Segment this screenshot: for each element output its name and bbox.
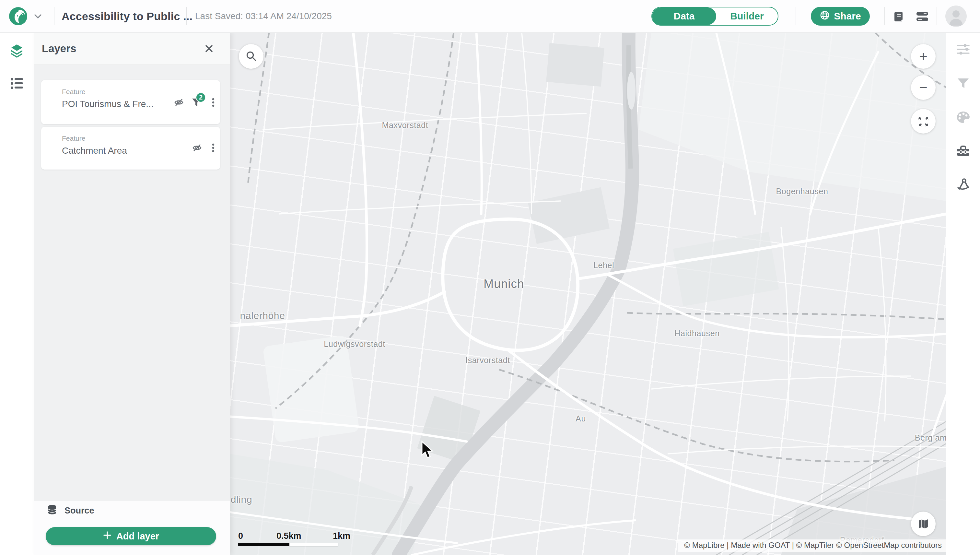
filter-count-badge: 2 (196, 92, 206, 103)
sliders-icon[interactable] (956, 42, 970, 57)
plus-icon (103, 531, 112, 542)
map-render (230, 32, 946, 555)
layers-panel-header: Layers (34, 32, 230, 65)
palette-icon[interactable] (956, 109, 970, 125)
place-label: nalerhöhe (240, 310, 285, 321)
map-attribution: © MapLibre | Made with GOAT | © MapTiler… (678, 539, 946, 552)
scale-bar: 0 0.5km 1km (238, 531, 342, 546)
docs-book-icon[interactable] (892, 9, 906, 24)
measure-compass-icon[interactable] (956, 177, 970, 192)
place-label: dling (231, 494, 252, 505)
close-icon[interactable] (201, 41, 217, 56)
project-title[interactable]: Accessibility to Public ... (62, 0, 192, 32)
divider (186, 7, 187, 25)
database-icon (47, 504, 58, 517)
layer-panels-icon[interactable] (915, 9, 930, 24)
visibility-off-icon[interactable] (190, 141, 204, 155)
scale-bar-empty (290, 543, 338, 546)
source-row[interactable]: Source (47, 503, 94, 518)
filter-tool-icon[interactable] (956, 76, 970, 91)
layers-tool-icon[interactable] (10, 43, 24, 58)
place-label: Berg am (915, 433, 946, 443)
layer-name: Catchment Area (62, 146, 127, 156)
place-label: Bogenhausen (776, 187, 828, 196)
scale-end: 1km (333, 531, 350, 541)
layer-card-poi[interactable]: Feature POI Tourismus & Fre... 2 (41, 80, 220, 124)
layer-card-catchment[interactable]: Feature Catchment Area (41, 127, 220, 170)
add-layer-label: Add layer (116, 531, 159, 542)
data-builder-toggle: Data Builder (652, 7, 778, 26)
more-vert-icon[interactable] (206, 141, 220, 155)
layer-type-label: Feature (62, 88, 85, 96)
chevron-down-icon[interactable] (33, 12, 43, 21)
layer-type-label: Feature (62, 135, 85, 142)
legend-list-icon[interactable] (10, 76, 24, 91)
layers-panel-footer: Source Add layer (34, 501, 230, 555)
divider (796, 7, 796, 25)
map-canvas[interactable]: Maxvorstadt Munich Lehel Bogenhausen Hai… (230, 32, 946, 555)
divider (54, 7, 54, 25)
scale-bar-filled (238, 543, 290, 546)
share-label: Share (834, 11, 861, 22)
place-label: Ludwigsvorstadt (324, 339, 385, 349)
tab-builder[interactable]: Builder (716, 8, 778, 25)
divider (937, 7, 937, 25)
top-bar: Accessibility to Public ... Last Saved: … (0, 0, 980, 33)
more-vert-icon[interactable] (206, 95, 220, 109)
panel-title: Layers (42, 32, 76, 64)
place-label: Lehel (593, 261, 614, 270)
goat-logo-icon[interactable] (9, 7, 27, 25)
place-label: Isarvorstadt (465, 356, 510, 365)
layers-panel: Layers Feature POI Tourismus & Fre... 2 (34, 32, 230, 555)
scale-mid: 0.5km (277, 531, 301, 541)
globe-icon (820, 10, 830, 23)
add-layer-button[interactable]: Add layer (46, 527, 216, 545)
tab-data[interactable]: Data (652, 8, 716, 25)
basemap-button[interactable] (911, 512, 935, 536)
scale-start: 0 (238, 531, 243, 541)
layer-name: POI Tourismus & Fre... (62, 99, 154, 109)
source-label: Source (64, 506, 94, 516)
search-button[interactable] (239, 44, 263, 69)
avatar[interactable] (945, 5, 967, 27)
mouse-cursor-icon (420, 440, 436, 462)
last-saved-text: Last Saved: 03:14 AM 24/10/2025 (195, 0, 332, 32)
zoom-out-button[interactable]: − (911, 75, 935, 100)
toolbox-icon[interactable] (956, 143, 970, 158)
visibility-off-icon[interactable] (172, 95, 186, 109)
place-label: Haidhausen (674, 329, 719, 338)
zoom-out-glyph: − (919, 80, 927, 95)
right-tool-rail (946, 32, 980, 555)
divider (884, 7, 885, 25)
place-label: Maxvorstadt (382, 120, 428, 130)
share-button[interactable]: Share (811, 7, 870, 26)
zoom-in-glyph: + (919, 49, 927, 64)
left-tool-rail (0, 32, 34, 555)
zoom-in-button[interactable]: + (911, 44, 935, 69)
city-label: Munich (484, 277, 524, 291)
place-label: Au (576, 414, 586, 423)
fullscreen-button[interactable] (911, 109, 935, 133)
